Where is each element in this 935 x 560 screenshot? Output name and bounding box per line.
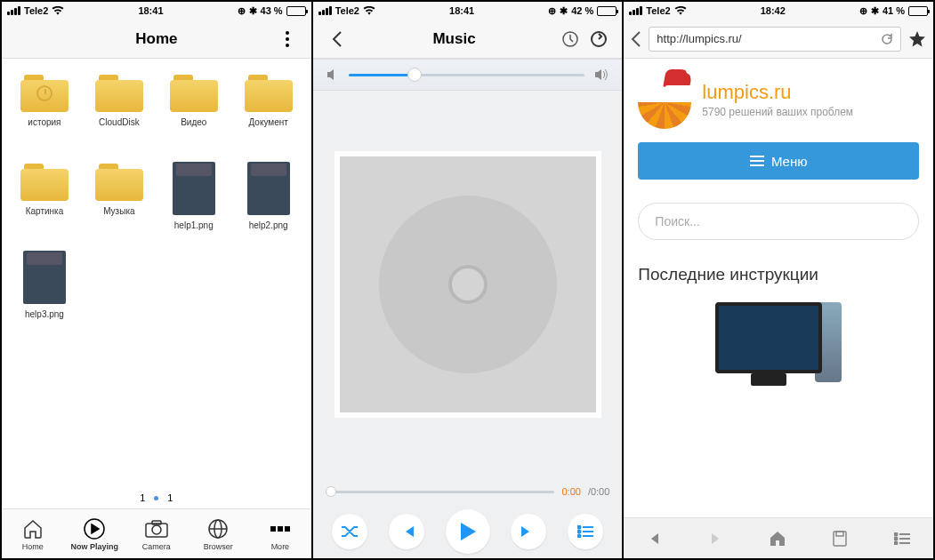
file-grid: история CloudDisk Видео Документ Картинк… — [2, 59, 311, 487]
bluetooth-icon: ✱ — [560, 5, 568, 17]
signal-icon — [629, 6, 642, 15]
menu-button[interactable]: Меню — [638, 142, 919, 180]
folder-clouddisk[interactable]: CloudDisk — [82, 69, 157, 158]
battery-pct: 43 % — [261, 5, 283, 16]
nav-home-button[interactable] — [769, 531, 786, 547]
page-dot-icon — [154, 496, 158, 500]
nav-bar: Music — [313, 20, 623, 59]
phone-browser: Tele2 18:42 ⊕ ✱ 41 % http://lumpics.ru/ … — [624, 2, 933, 558]
signal-icon — [318, 6, 332, 15]
svg-point-14 — [577, 526, 580, 529]
chevron-left-icon — [332, 30, 343, 48]
nav-forward-button[interactable] — [708, 532, 722, 546]
phone-home: Tele2 18:41 ⊕ ✱ 43 % Home история CloudD… — [2, 2, 311, 558]
monitor-icon — [715, 302, 822, 373]
seek-track[interactable] — [326, 491, 555, 493]
svg-point-0 — [286, 31, 289, 35]
nav-back-button[interactable] — [648, 532, 662, 546]
playlist-button[interactable] — [568, 514, 603, 549]
play-icon — [459, 522, 477, 541]
kebab-icon — [286, 31, 289, 47]
alarm-icon: ⊕ — [859, 5, 867, 17]
previous-button[interactable] — [389, 514, 424, 549]
bookmark-star-icon[interactable] — [908, 30, 926, 48]
article-image[interactable] — [638, 302, 919, 382]
url-input[interactable]: http://lumpics.ru/ — [649, 27, 901, 52]
tab-home[interactable]: Home — [2, 509, 64, 558]
battery-pct: 41 % — [883, 5, 905, 16]
bluetooth-icon: ✱ — [249, 5, 257, 17]
time-total: /0:00 — [588, 486, 609, 497]
status-bar: Tele2 18:42 ⊕ ✱ 41 % — [624, 2, 933, 20]
folder-video[interactable]: Видео — [157, 69, 231, 158]
clock-label: 18:42 — [761, 5, 786, 16]
svg-point-20 — [894, 537, 897, 540]
album-frame — [335, 151, 601, 418]
site-logo-icon — [638, 73, 691, 126]
page-indicator: 1 1 — [2, 487, 311, 508]
play-circle-icon — [83, 517, 106, 540]
folder-document[interactable]: Документ — [231, 69, 306, 158]
tab-more[interactable]: More — [249, 509, 311, 558]
folder-picture[interactable]: Картинка — [7, 158, 82, 247]
url-bar: http://lumpics.ru/ — [624, 20, 933, 59]
history-icon[interactable] — [561, 30, 579, 48]
battery-icon — [908, 6, 928, 16]
svg-rect-18 — [836, 532, 843, 536]
back-button[interactable] — [631, 30, 641, 48]
url-text: http://lumpics.ru/ — [657, 32, 741, 45]
page-title: Home — [39, 30, 274, 48]
carrier-label: Tele2 — [24, 5, 48, 16]
svg-point-15 — [577, 531, 580, 533]
tab-now-playing[interactable]: Now Playing — [64, 509, 126, 558]
list-icon — [577, 525, 593, 538]
volume-track[interactable] — [349, 74, 585, 76]
battery-pct: 42 % — [571, 5, 593, 16]
next-button[interactable] — [511, 514, 546, 549]
battery-icon — [286, 6, 306, 16]
svg-point-21 — [894, 541, 897, 544]
reload-icon[interactable] — [881, 33, 893, 45]
globe-icon — [206, 517, 230, 540]
svg-rect-11 — [285, 526, 290, 532]
search-input[interactable]: Поиск... — [638, 203, 919, 240]
tab-bar: Home Now Playing Camera Browser More — [2, 508, 311, 558]
tab-camera[interactable]: Camera — [125, 509, 188, 558]
tabs-button[interactable] — [894, 532, 910, 545]
svg-rect-10 — [278, 526, 283, 532]
menu-button[interactable] — [274, 31, 301, 47]
back-button[interactable] — [324, 30, 351, 48]
tab-browser[interactable]: Browser — [188, 509, 250, 558]
home-icon — [21, 517, 44, 540]
svg-point-19 — [894, 532, 897, 535]
folder-music[interactable]: Музыка — [82, 158, 157, 247]
volume-slider[interactable] — [313, 59, 623, 91]
seek-slider[interactable]: 0:00/0:00 — [313, 478, 623, 505]
svg-rect-17 — [834, 532, 846, 546]
signal-icon — [7, 6, 20, 15]
wifi-icon — [363, 6, 375, 15]
status-bar: Tele2 18:41 ⊕ ✱ 43 % — [2, 2, 311, 20]
svg-rect-9 — [270, 526, 276, 532]
alarm-icon: ⊕ — [548, 5, 556, 17]
folder-icon — [170, 73, 218, 112]
time-current: 0:00 — [561, 486, 580, 497]
refresh-icon[interactable] — [590, 30, 608, 48]
file-help2[interactable]: help2.png — [231, 158, 306, 247]
save-button[interactable] — [833, 531, 847, 547]
carrier-label: Tele2 — [335, 5, 359, 16]
player-controls — [313, 505, 623, 558]
previous-icon — [399, 525, 415, 538]
battery-icon — [597, 6, 617, 16]
play-button[interactable] — [446, 509, 490, 554]
status-bar: Tele2 18:41 ⊕ ✱ 42 % — [313, 2, 623, 20]
folder-history[interactable]: история — [7, 69, 82, 158]
file-help3[interactable]: help3.png — [7, 247, 82, 336]
folder-icon — [95, 162, 143, 201]
file-help1[interactable]: help1.png — [157, 158, 231, 247]
svg-point-2 — [286, 44, 289, 47]
svg-point-1 — [286, 37, 289, 41]
shuffle-button[interactable] — [332, 514, 367, 549]
shuffle-icon — [341, 524, 359, 539]
site-name: lumpics.ru — [702, 81, 853, 104]
